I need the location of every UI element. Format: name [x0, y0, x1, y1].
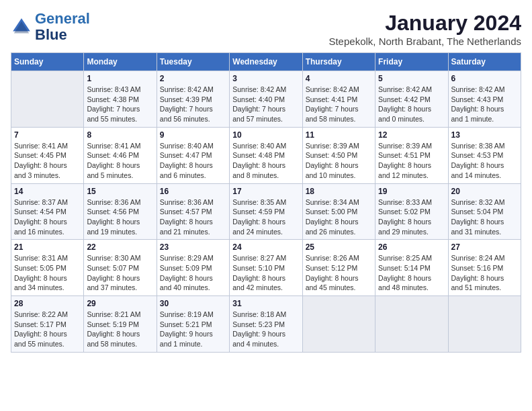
- week-row-0: 1Sunrise: 8:43 AM Sunset: 4:38 PM Daylig…: [11, 71, 521, 128]
- logo-text: GeneralBlue: [35, 11, 90, 43]
- day-detail: Sunrise: 8:24 AM Sunset: 5:16 PM Dayligh…: [451, 253, 518, 293]
- calendar-cell: 2Sunrise: 8:42 AM Sunset: 4:39 PM Daylig…: [157, 71, 229, 128]
- day-detail: Sunrise: 8:38 AM Sunset: 4:53 PM Dayligh…: [451, 141, 518, 181]
- calendar-cell: 20Sunrise: 8:32 AM Sunset: 5:04 PM Dayli…: [448, 183, 521, 240]
- header-day-friday: Friday: [375, 53, 448, 71]
- day-number: 24: [232, 242, 299, 252]
- calendar-cell: 28Sunrise: 8:22 AM Sunset: 5:17 PM Dayli…: [11, 296, 84, 353]
- calendar-body: 1Sunrise: 8:43 AM Sunset: 4:38 PM Daylig…: [11, 71, 521, 353]
- logo-icon: [11, 16, 32, 38]
- day-number: 15: [87, 187, 153, 196]
- day-number: 2: [160, 74, 226, 83]
- day-detail: Sunrise: 8:42 AM Sunset: 4:41 PM Dayligh…: [306, 85, 372, 124]
- day-number: 9: [160, 130, 226, 140]
- day-detail: Sunrise: 8:42 AM Sunset: 4:43 PM Dayligh…: [451, 85, 518, 124]
- day-detail: Sunrise: 8:37 AM Sunset: 4:54 PM Dayligh…: [14, 197, 81, 237]
- day-number: 3: [232, 74, 299, 83]
- calendar-cell: 13Sunrise: 8:38 AM Sunset: 4:53 PM Dayli…: [448, 127, 521, 183]
- logo: GeneralBlue: [11, 11, 90, 43]
- day-number: 17: [232, 187, 299, 196]
- day-number: 23: [160, 242, 226, 252]
- calendar-cell: 5Sunrise: 8:42 AM Sunset: 4:42 PM Daylig…: [375, 71, 448, 128]
- calendar-cell: 6Sunrise: 8:42 AM Sunset: 4:43 PM Daylig…: [448, 71, 521, 128]
- calendar-cell: 7Sunrise: 8:41 AM Sunset: 4:45 PM Daylig…: [11, 127, 84, 183]
- day-detail: Sunrise: 8:39 AM Sunset: 4:51 PM Dayligh…: [378, 141, 445, 181]
- day-detail: Sunrise: 8:19 AM Sunset: 5:21 PM Dayligh…: [160, 310, 226, 349]
- calendar-cell: 18Sunrise: 8:34 AM Sunset: 5:00 PM Dayli…: [302, 183, 375, 240]
- calendar-table: SundayMondayTuesdayWednesdayThursdayFrid…: [11, 52, 521, 353]
- calendar-cell: 12Sunrise: 8:39 AM Sunset: 4:51 PM Dayli…: [375, 127, 448, 183]
- day-number: 5: [378, 74, 445, 83]
- calendar-cell: 31Sunrise: 8:18 AM Sunset: 5:23 PM Dayli…: [230, 296, 302, 353]
- week-row-1: 7Sunrise: 8:41 AM Sunset: 4:45 PM Daylig…: [11, 127, 521, 183]
- day-number: 4: [306, 74, 372, 83]
- day-number: 28: [14, 299, 81, 308]
- day-detail: Sunrise: 8:22 AM Sunset: 5:17 PM Dayligh…: [14, 310, 81, 349]
- calendar-header: SundayMondayTuesdayWednesdayThursdayFrid…: [11, 53, 521, 71]
- day-detail: Sunrise: 8:21 AM Sunset: 5:19 PM Dayligh…: [87, 310, 153, 349]
- day-detail: Sunrise: 8:25 AM Sunset: 5:14 PM Dayligh…: [378, 253, 445, 293]
- day-number: 6: [451, 74, 518, 83]
- day-number: 14: [14, 187, 81, 196]
- calendar-cell: [11, 71, 84, 128]
- day-number: 1: [87, 74, 153, 83]
- calendar-cell: 30Sunrise: 8:19 AM Sunset: 5:21 PM Dayli…: [157, 296, 229, 353]
- week-row-2: 14Sunrise: 8:37 AM Sunset: 4:54 PM Dayli…: [11, 183, 521, 240]
- day-detail: Sunrise: 8:35 AM Sunset: 4:59 PM Dayligh…: [232, 197, 299, 237]
- header-row: SundayMondayTuesdayWednesdayThursdayFrid…: [11, 53, 521, 71]
- calendar-cell: 16Sunrise: 8:36 AM Sunset: 4:57 PM Dayli…: [157, 183, 229, 240]
- calendar-cell: [448, 296, 521, 353]
- header-day-wednesday: Wednesday: [230, 53, 302, 71]
- day-detail: Sunrise: 8:31 AM Sunset: 5:05 PM Dayligh…: [14, 253, 81, 293]
- day-number: 20: [451, 187, 518, 196]
- calendar-cell: 10Sunrise: 8:40 AM Sunset: 4:48 PM Dayli…: [230, 127, 302, 183]
- day-detail: Sunrise: 8:41 AM Sunset: 4:45 PM Dayligh…: [14, 141, 81, 181]
- header: GeneralBlue January 2024 Stepekolk, Nort…: [11, 11, 521, 47]
- day-number: 31: [232, 299, 299, 308]
- day-number: 10: [232, 130, 299, 140]
- day-detail: Sunrise: 8:27 AM Sunset: 5:10 PM Dayligh…: [232, 253, 299, 293]
- main-title: January 2024: [328, 11, 521, 36]
- header-day-thursday: Thursday: [302, 53, 375, 71]
- day-number: 26: [378, 242, 445, 252]
- day-detail: Sunrise: 8:29 AM Sunset: 5:09 PM Dayligh…: [160, 253, 226, 293]
- calendar-cell: 3Sunrise: 8:42 AM Sunset: 4:40 PM Daylig…: [230, 71, 302, 128]
- day-detail: Sunrise: 8:39 AM Sunset: 4:50 PM Dayligh…: [306, 141, 372, 181]
- calendar-cell: 27Sunrise: 8:24 AM Sunset: 5:16 PM Dayli…: [448, 240, 521, 296]
- day-number: 30: [160, 299, 226, 308]
- day-detail: Sunrise: 8:36 AM Sunset: 4:56 PM Dayligh…: [87, 197, 153, 237]
- day-number: 16: [160, 187, 226, 196]
- calendar-cell: 4Sunrise: 8:42 AM Sunset: 4:41 PM Daylig…: [302, 71, 375, 128]
- calendar-cell: 29Sunrise: 8:21 AM Sunset: 5:19 PM Dayli…: [84, 296, 157, 353]
- calendar-cell: 24Sunrise: 8:27 AM Sunset: 5:10 PM Dayli…: [230, 240, 302, 296]
- day-number: 29: [87, 299, 153, 308]
- day-detail: Sunrise: 8:32 AM Sunset: 5:04 PM Dayligh…: [451, 197, 518, 237]
- week-row-3: 21Sunrise: 8:31 AM Sunset: 5:05 PM Dayli…: [11, 240, 521, 296]
- day-number: 13: [451, 130, 518, 140]
- calendar-cell: 21Sunrise: 8:31 AM Sunset: 5:05 PM Dayli…: [11, 240, 84, 296]
- calendar-cell: [375, 296, 448, 353]
- day-detail: Sunrise: 8:42 AM Sunset: 4:39 PM Dayligh…: [160, 85, 226, 124]
- calendar-cell: 19Sunrise: 8:33 AM Sunset: 5:02 PM Dayli…: [375, 183, 448, 240]
- day-detail: Sunrise: 8:30 AM Sunset: 5:07 PM Dayligh…: [87, 253, 153, 293]
- day-detail: Sunrise: 8:34 AM Sunset: 5:00 PM Dayligh…: [306, 197, 372, 237]
- header-day-sunday: Sunday: [11, 53, 84, 71]
- calendar-cell: 11Sunrise: 8:39 AM Sunset: 4:50 PM Dayli…: [302, 127, 375, 183]
- day-detail: Sunrise: 8:40 AM Sunset: 4:47 PM Dayligh…: [160, 141, 226, 181]
- calendar-cell: 1Sunrise: 8:43 AM Sunset: 4:38 PM Daylig…: [84, 71, 157, 128]
- day-detail: Sunrise: 8:42 AM Sunset: 4:40 PM Dayligh…: [232, 85, 299, 124]
- day-detail: Sunrise: 8:41 AM Sunset: 4:46 PM Dayligh…: [87, 141, 153, 181]
- day-detail: Sunrise: 8:26 AM Sunset: 5:12 PM Dayligh…: [306, 253, 372, 293]
- calendar-cell: 25Sunrise: 8:26 AM Sunset: 5:12 PM Dayli…: [302, 240, 375, 296]
- calendar-cell: 23Sunrise: 8:29 AM Sunset: 5:09 PM Dayli…: [157, 240, 229, 296]
- calendar-cell: 15Sunrise: 8:36 AM Sunset: 4:56 PM Dayli…: [84, 183, 157, 240]
- day-detail: Sunrise: 8:33 AM Sunset: 5:02 PM Dayligh…: [378, 197, 445, 237]
- day-detail: Sunrise: 8:43 AM Sunset: 4:38 PM Dayligh…: [87, 85, 153, 124]
- calendar-cell: 22Sunrise: 8:30 AM Sunset: 5:07 PM Dayli…: [84, 240, 157, 296]
- day-number: 25: [306, 242, 372, 252]
- day-number: 21: [14, 242, 81, 252]
- calendar-cell: 9Sunrise: 8:40 AM Sunset: 4:47 PM Daylig…: [157, 127, 229, 183]
- day-number: 19: [378, 187, 445, 196]
- day-number: 11: [306, 130, 372, 140]
- calendar-cell: 26Sunrise: 8:25 AM Sunset: 5:14 PM Dayli…: [375, 240, 448, 296]
